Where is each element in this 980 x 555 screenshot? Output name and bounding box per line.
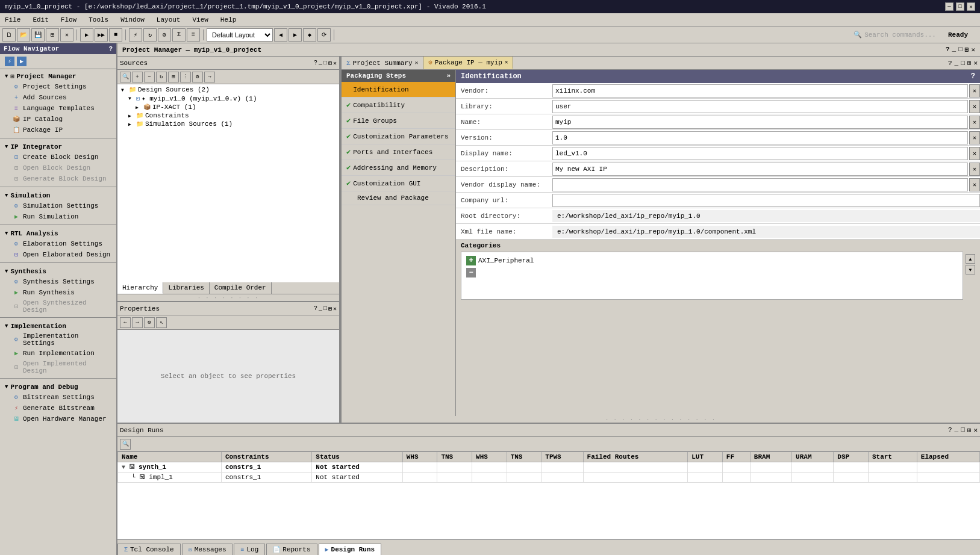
pkg-area-min[interactable]: _ [955, 60, 959, 67]
pkg-area-help[interactable]: ? [948, 60, 952, 67]
pkg-area-float[interactable]: □ [961, 60, 965, 67]
nav-generate-block-design[interactable]: ⊡ Generate Block Design [0, 173, 116, 184]
nav-synth-settings[interactable]: ⚙ Synthesis Settings [0, 276, 116, 287]
nav-package-ip[interactable]: 📋 Package IP [0, 125, 116, 135]
src-arrow-btn[interactable]: → [204, 72, 215, 82]
props-action-btn[interactable]: ⚙ [144, 317, 155, 328]
layout-next-btn[interactable]: ▶ [289, 28, 302, 42]
step-addressing-memory[interactable]: ✔ Addressing and Memory [342, 160, 455, 176]
tree-item-design-sources[interactable]: ▼ 📁 Design Sources (2) [119, 85, 338, 94]
tab-libraries[interactable]: Libraries [163, 282, 209, 294]
menu-help[interactable]: Help [218, 15, 239, 25]
program-btn[interactable]: ⚡ [129, 28, 142, 42]
settings-btn[interactable]: ⚙ [158, 28, 171, 42]
group-ip-integrator[interactable]: ▼ IP Integrator [0, 141, 116, 152]
src-search-btn[interactable]: 🔍 [120, 72, 131, 82]
src-settings-btn[interactable]: ⚙ [192, 72, 203, 82]
step-compatibility[interactable]: ✔ Compatibility [342, 98, 455, 113]
version-clear-btn[interactable]: ✕ [969, 131, 980, 144]
pm-close-btn[interactable]: ✕ [971, 46, 975, 54]
tab-hierarchy[interactable]: Hierarchy [117, 282, 163, 294]
nav-open-block-design[interactable]: ⊡ Open Block Design [0, 163, 116, 173]
props-close[interactable]: ✕ [333, 305, 337, 312]
close-btn[interactable]: ✕ [60, 28, 73, 42]
pm-float-btn[interactable]: □ [958, 46, 963, 54]
maximize-button[interactable]: □ [956, 2, 964, 11]
runs-close-btn[interactable]: ✕ [973, 426, 978, 434]
close-button[interactable]: ✕ [967, 2, 975, 11]
tab-package-ip[interactable]: ⚙ Package IP — myip ✕ [423, 57, 513, 69]
sources-close[interactable]: ✕ [333, 60, 337, 67]
flow-nav-help[interactable]: ? [108, 45, 113, 52]
nav-open-synth-design[interactable]: ⊡ Open Synthesized Design [0, 298, 116, 315]
nav-language-templates[interactable]: ≡ Language Templates [0, 103, 116, 114]
run-btn[interactable]: ▶ [80, 28, 93, 42]
nav-add-sources[interactable]: + Add Sources [0, 92, 116, 103]
step-identification[interactable]: ▶ Identification [342, 82, 455, 98]
description-clear-btn[interactable]: ✕ [969, 163, 980, 176]
menu-tools[interactable]: Tools [86, 15, 111, 25]
nav-run-simulation[interactable]: ▶ Run Simulation [0, 211, 116, 222]
menu-layout[interactable]: Layout [154, 15, 183, 25]
menu-window[interactable]: Window [118, 15, 147, 25]
group-simulation[interactable]: ▼ Simulation [0, 190, 116, 200]
quick-icon-1[interactable]: ⚡ [5, 57, 14, 66]
bottom-tab-design-runs[interactable]: ▶ Design Runs [319, 544, 382, 555]
props-fwd-btn[interactable]: → [132, 317, 143, 328]
nav-generate-bitstream[interactable]: ⚡ Generate Bitstream [0, 403, 116, 414]
nav-open-impl-design[interactable]: ⊡ Open Implemented Design [0, 359, 116, 376]
step-ports-interfaces[interactable]: ✔ Ports and Interfaces [342, 144, 455, 160]
src-hierarchy-btn[interactable]: ⋮ [180, 72, 191, 82]
vendor-display-name-input[interactable] [552, 178, 968, 191]
sources-max[interactable]: ⊞ [328, 60, 332, 67]
nav-impl-settings[interactable]: ⚙ Implementation Settings [0, 331, 116, 348]
library-clear-btn[interactable]: ✕ [969, 100, 980, 113]
props-cursor-btn[interactable]: ↖ [156, 317, 167, 328]
tree-item-ipxact[interactable]: ▶ 📦 IP-XACT (1) [119, 103, 338, 111]
group-synthesis[interactable]: ▼ Synthesis [0, 265, 116, 276]
extra-btn[interactable]: ≡ [187, 28, 200, 42]
save-btn[interactable]: 💾 [31, 28, 45, 42]
name-clear-btn[interactable]: ✕ [969, 116, 980, 129]
table-row[interactable]: ▼ 🖫 synth_1 constrs_1 Not started [118, 462, 980, 473]
sources-float[interactable]: □ [323, 60, 327, 67]
props-min[interactable]: _ [319, 305, 322, 312]
category-add-btn[interactable]: + [466, 256, 476, 265]
package-ip-close-icon[interactable]: ✕ [505, 59, 508, 66]
pkg-resize-handle[interactable]: · · · · · · · · · · · · · · [342, 416, 980, 423]
step-customization-params[interactable]: ✔ Customization Parameters [342, 129, 455, 144]
reload-btn[interactable]: ⟳ [317, 28, 331, 42]
vendor-display-name-clear-btn[interactable]: ✕ [969, 178, 980, 191]
pkg-steps-expand[interactable]: » [446, 72, 451, 79]
tab-project-summary[interactable]: Σ Project Summary ✕ [342, 57, 423, 69]
props-max[interactable]: ⊞ [328, 305, 332, 312]
bottom-tab-log[interactable]: ≡ Log [234, 544, 265, 555]
bottom-tab-reports[interactable]: 📄 Reports [266, 544, 317, 555]
nav-run-synthesis[interactable]: ▶ Run Synthesis [0, 287, 116, 298]
tree-item-sim-sources[interactable]: ▶ 📁 Simulation Sources (1) [119, 120, 338, 128]
sources-min[interactable]: _ [319, 60, 322, 67]
group-project-manager[interactable]: ▼ ⊞ Project Manager [0, 70, 116, 81]
group-implementation[interactable]: ▼ Implementation [0, 320, 116, 331]
step-review-package[interactable]: Review and Package [342, 191, 455, 205]
menu-flow[interactable]: Flow [58, 15, 79, 25]
props-float[interactable]: □ [323, 305, 327, 312]
library-input[interactable] [552, 100, 968, 113]
pkg-area-close[interactable]: ✕ [973, 59, 978, 67]
nav-create-block-design[interactable]: ⊡ Create Block Design [0, 152, 116, 163]
layout-extra-btn[interactable]: ◆ [303, 28, 316, 42]
nav-open-elab-design[interactable]: ⊡ Open Elaborated Design [0, 249, 116, 260]
pm-help-btn[interactable]: ? [946, 46, 950, 54]
table-row[interactable]: └ 🖫 impl_1 constrs_1 Not started [118, 473, 980, 483]
pm-minimize-btn[interactable]: _ [952, 46, 957, 54]
step-file-groups[interactable]: ✔ File Groups [342, 113, 455, 129]
props-back-btn[interactable]: ← [120, 317, 131, 328]
runs-help-btn[interactable]: ? [948, 426, 952, 434]
step-customization-gui[interactable]: ✔ Customization GUI [342, 176, 455, 191]
sum-btn[interactable]: Σ [172, 28, 186, 42]
resize-handle-1[interactable]: · · · · · · · · [117, 294, 339, 301]
cat-up-btn[interactable]: ▲ [966, 254, 975, 264]
menu-file[interactable]: File [2, 15, 23, 25]
group-program-debug[interactable]: ▼ Program and Debug [0, 381, 116, 392]
runs-max-btn[interactable]: ⊞ [967, 426, 972, 434]
